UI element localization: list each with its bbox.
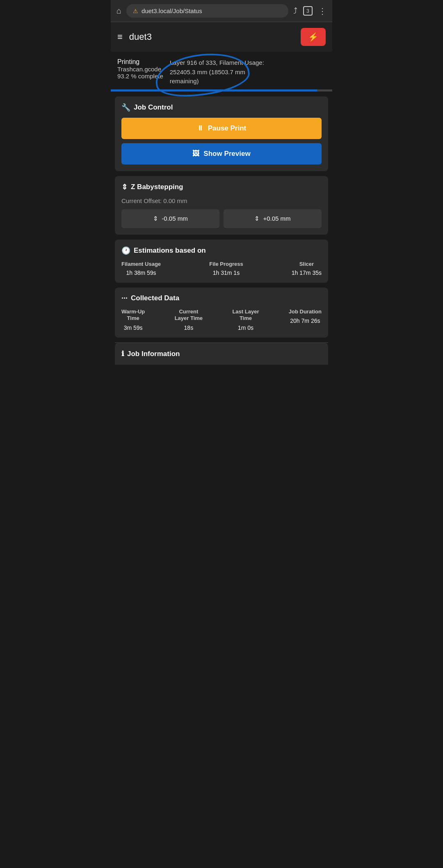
status-right: Layer 916 of 333, Filament Usage: 252405… [163,58,326,86]
babystep-minus-button[interactable]: ⇕ -0.05 mm [121,209,219,228]
tab-count[interactable]: 3 [303,6,313,16]
job-control-title: 🔧 Job Control [121,103,322,112]
status-left: Printing Trashcan.gcode 93.2 % complete [117,58,163,80]
babystep-plus-label: +0.05 mm [263,215,290,222]
completion-percent: 93.2 % complete [117,73,163,80]
job-control-card: 🔧 Job Control ⏸ Pause Print 🖼 Show Previ… [115,96,328,171]
babystep-minus-label: -0.05 mm [162,215,187,222]
babystep-buttons: ⇕ -0.05 mm ⇕ +0.05 mm [121,209,322,228]
babystep-minus-icon: ⇕ [153,215,158,222]
filament-line2: 252405.3 mm (18503.7 mm [170,69,245,75]
job-information-title: ℹ Job Information [121,349,322,358]
estimation-file-label: File Progress [209,261,243,267]
collected-data-grid: Warm-UpTime 3m 59s CurrentLayer Time 18s… [121,308,322,331]
layer-time-value: 18s [175,324,203,331]
last-layer-label: Last LayerTime [232,308,259,322]
app-header: ≡ duet3 ⚡ [111,22,332,52]
lightning-button[interactable]: ⚡ [301,28,326,46]
warmup-label: Warm-UpTime [121,308,145,322]
filename: Trashcan.gcode [117,66,163,73]
collected-data-card: ··· Collected Data Warm-UpTime 3m 59s Cu… [115,288,328,338]
z-babystepping-title: ⇕ Z Babystepping [121,183,322,192]
collected-data-title: ··· Collected Data [121,294,322,303]
last-layer-col: Last LayerTime 1m 0s [232,308,259,331]
preview-label: Show Preview [203,150,250,158]
wrench-icon: 🔧 [121,103,130,112]
layer-info: Layer 916 of 333, Filament Usage: 252405… [170,58,326,86]
estimations-title: 🕐 Estimations based on [121,246,322,255]
estimations-card: 🕐 Estimations based on Filament Usage 1h… [115,240,328,283]
current-offset-label: Current Offset: 0.00 mm [121,197,322,204]
filament-line3: remaining) [170,78,199,85]
app-title: duet3 [129,32,152,42]
preview-image-icon: 🖼 [192,150,199,158]
estimation-filament-value: 1h 38m 59s [121,270,161,276]
url-text: duet3.local/Job/Status [142,7,202,14]
estimation-file-col: File Progress 1h 31m 1s [209,261,243,276]
job-duration-col: Job Duration 20h 7m 26s [289,308,322,331]
clock-icon: 🕐 [121,246,130,255]
browser-actions: ⤴ 3 ⋮ [293,6,327,16]
printing-label: Printing [117,58,163,66]
last-layer-value: 1m 0s [232,324,259,331]
job-information-card: ℹ Job Information [115,343,328,365]
address-bar[interactable]: ⚠ duet3.local/Job/Status [126,4,288,18]
share-icon[interactable]: ⤴ [293,6,297,16]
babystep-plus-icon: ⇕ [254,215,260,222]
estimation-slicer-col: Slicer 1h 17m 35s [292,261,322,276]
layer-time-label: CurrentLayer Time [175,308,203,322]
warmup-col: Warm-UpTime 3m 59s [121,308,145,331]
menu-icon[interactable]: ≡ [117,32,123,42]
estimation-file-value: 1h 31m 1s [209,270,243,276]
job-duration-label: Job Duration [289,308,322,315]
babystep-plus-button[interactable]: ⇕ +0.05 mm [224,209,322,228]
estimation-filament-col: Filament Usage 1h 38m 59s [121,261,161,276]
job-duration-value: 20h 7m 26s [289,318,322,324]
warning-icon: ⚠ [133,8,138,14]
warmup-value: 3m 59s [121,324,145,331]
dots-icon: ··· [121,294,128,303]
progress-bar-background [111,89,332,91]
more-icon[interactable]: ⋮ [318,6,327,16]
pause-print-button[interactable]: ⏸ Pause Print [121,118,322,139]
info-icon: ℹ [121,349,124,358]
z-babystep-icon: ⇕ [121,183,128,192]
browser-chrome: ⌂ ⚠ duet3.local/Job/Status ⤴ 3 ⋮ [111,0,332,22]
layer-line1: Layer 916 of 333, Filament Usage: [170,59,264,66]
estimation-slicer-value: 1h 17m 35s [292,270,322,276]
status-section: Printing Trashcan.gcode 93.2 % complete … [111,52,332,89]
z-babystepping-card: ⇕ Z Babystepping Current Offset: 0.00 mm… [115,176,328,235]
estimation-slicer-label: Slicer [292,261,322,267]
layer-time-col: CurrentLayer Time 18s [175,308,203,331]
pause-icon: ⏸ [197,124,204,132]
show-preview-button[interactable]: 🖼 Show Preview [121,143,322,164]
progress-bar-fill [111,89,317,91]
progress-container [111,89,332,91]
pause-label: Pause Print [208,124,247,132]
home-icon[interactable]: ⌂ [116,6,121,16]
estimations-grid: Filament Usage 1h 38m 59s File Progress … [121,261,322,276]
estimation-filament-label: Filament Usage [121,261,161,267]
